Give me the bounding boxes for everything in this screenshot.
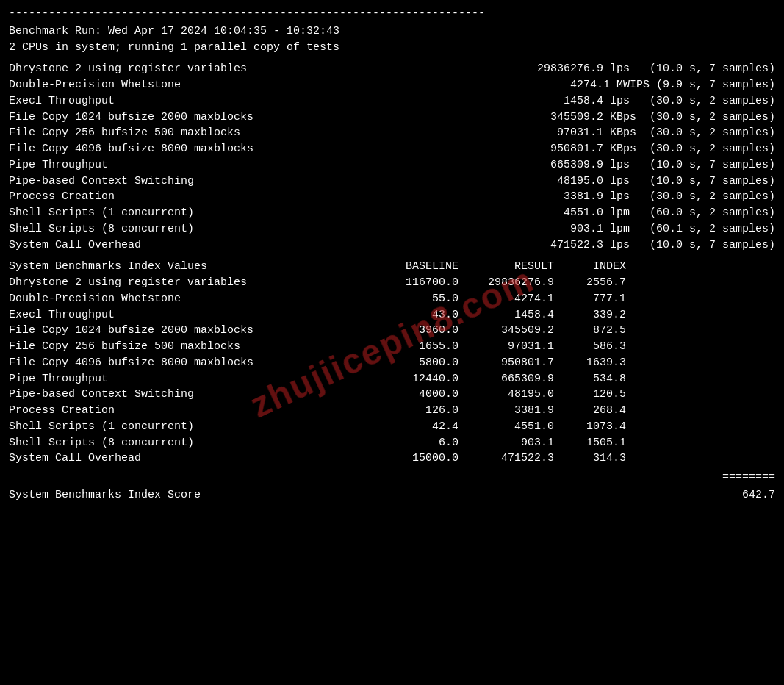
- benchmark-row: Dhrystone 2 using register variables2983…: [9, 61, 775, 77]
- index-row-index: 1639.3: [560, 355, 626, 371]
- index-row-index: 777.1: [560, 291, 626, 307]
- index-row-baseline: 1655.0: [369, 339, 464, 355]
- benchmark-row: Double-Precision Whetstone 4274.1 MWIPS …: [9, 77, 775, 93]
- index-row-label: Dhrystone 2 using register variables: [9, 275, 369, 291]
- benchmark-value: 48195.0 lps (10.0 s, 7 samples): [369, 173, 775, 190]
- benchmark-row: File Copy 256 bufsize 500 maxblocks 9703…: [9, 125, 775, 141]
- benchmark-row: System Call Overhead 471522.3 lps (10.0 …: [9, 237, 775, 254]
- equals-row: ========: [9, 470, 775, 486]
- index-table-header-row: System Benchmarks Index ValuesBASELINERE…: [9, 259, 775, 275]
- index-row-index: 120.5: [560, 387, 626, 403]
- benchmark-label: Execl Throughput: [9, 93, 369, 110]
- benchmark-row: Pipe-based Context Switching 48195.0 lps…: [9, 173, 775, 190]
- index-row-index: 586.3: [560, 339, 626, 355]
- index-row-result: 665309.9: [464, 371, 560, 387]
- benchmark-label: System Call Overhead: [9, 237, 369, 254]
- index-row-index: 314.3: [560, 451, 626, 467]
- index-row-result: 97031.1: [464, 339, 560, 355]
- index-row-baseline: 4000.0: [369, 387, 464, 403]
- index-row-baseline: 42.4: [369, 419, 464, 435]
- benchmark-label: Pipe Throughput: [9, 157, 369, 173]
- benchmark-value: 1458.4 lps (30.0 s, 2 samples): [369, 93, 775, 110]
- index-table-row: Shell Scripts (1 concurrent)42.44551.010…: [9, 419, 775, 435]
- index-row-baseline: 116700.0: [369, 275, 464, 291]
- benchmark-value: 4551.0 lpm (60.0 s, 2 samples): [369, 205, 775, 221]
- benchmark-label: File Copy 1024 bufsize 2000 maxblocks: [9, 110, 369, 126]
- index-row-baseline: 126.0: [369, 403, 464, 419]
- benchmark-value: 29836276.9 lps (10.0 s, 7 samples): [369, 61, 775, 77]
- index-row-result: 4274.1: [464, 291, 560, 307]
- benchmark-label: Dhrystone 2 using register variables: [9, 61, 369, 77]
- header-line2: 2 CPUs in system; running 1 parallel cop…: [9, 40, 775, 56]
- index-row-label: File Copy 1024 bufsize 2000 maxblocks: [9, 323, 369, 339]
- index-row-result: 1458.4: [464, 307, 560, 323]
- benchmark-row: Shell Scripts (8 concurrent) 903.1 lpm (…: [9, 221, 775, 237]
- score-row: System Benchmarks Index Score642.7: [9, 487, 775, 503]
- benchmark-row: Pipe Throughput 665309.9 lps (10.0 s, 7 …: [9, 157, 775, 173]
- index-row-baseline: 55.0: [369, 291, 464, 307]
- terminal-output: ----------------------------------------…: [9, 6, 775, 503]
- index-table-row: Process Creation126.03381.9268.4: [9, 403, 775, 419]
- index-row-label: Pipe-based Context Switching: [9, 387, 369, 403]
- index-row-baseline: 6.0: [369, 435, 464, 451]
- index-row-result: 471522.3: [464, 451, 560, 467]
- index-header-result: RESULT: [464, 259, 560, 275]
- benchmark-row: Execl Throughput 1458.4 lps (30.0 s, 2 s…: [9, 93, 775, 110]
- index-header-label: System Benchmarks Index Values: [9, 259, 369, 275]
- index-header-baseline: BASELINE: [369, 259, 464, 275]
- index-row-label: System Call Overhead: [9, 451, 369, 467]
- index-row-label: Execl Throughput: [9, 307, 369, 323]
- header-section: Benchmark Run: Wed Apr 17 2024 10:04:35 …: [9, 24, 775, 56]
- index-table-row: File Copy 1024 bufsize 2000 maxblocks396…: [9, 323, 775, 339]
- index-table-row: Shell Scripts (8 concurrent)6.0903.11505…: [9, 435, 775, 451]
- benchmark-row: Shell Scripts (1 concurrent) 4551.0 lpm …: [9, 205, 775, 221]
- benchmark-value: 471522.3 lps (10.0 s, 7 samples): [369, 237, 775, 254]
- benchmark-label: File Copy 4096 bufsize 8000 maxblocks: [9, 141, 369, 157]
- index-row-baseline: 5800.0: [369, 355, 464, 371]
- benchmark-label: Process Creation: [9, 189, 369, 205]
- index-table-row: Pipe Throughput12440.0665309.9534.8: [9, 371, 775, 387]
- index-row-index: 1073.4: [560, 419, 626, 435]
- benchmark-label: Shell Scripts (1 concurrent): [9, 205, 369, 221]
- score-label: System Benchmarks Index Score: [9, 487, 201, 503]
- index-row-label: Double-Precision Whetstone: [9, 291, 369, 307]
- index-row-index: 1505.1: [560, 435, 626, 451]
- index-row-label: File Copy 256 bufsize 500 maxblocks: [9, 339, 369, 355]
- separator-top: ----------------------------------------…: [9, 6, 775, 22]
- benchmark-row: File Copy 1024 bufsize 2000 maxblocks 34…: [9, 110, 775, 126]
- benchmark-value: 4274.1 MWIPS (9.9 s, 7 samples): [369, 77, 775, 93]
- index-row-result: 903.1: [464, 435, 560, 451]
- benchmark-label: Shell Scripts (8 concurrent): [9, 221, 369, 237]
- header-line1: Benchmark Run: Wed Apr 17 2024 10:04:35 …: [9, 24, 775, 40]
- benchmark-value: 345509.2 KBps (30.0 s, 2 samples): [369, 110, 775, 126]
- index-row-label: Process Creation: [9, 403, 369, 419]
- index-row-result: 29836276.9: [464, 275, 560, 291]
- index-row-index: 339.2: [560, 307, 626, 323]
- benchmarks-section: Dhrystone 2 using register variables2983…: [9, 61, 775, 253]
- index-table-row: Pipe-based Context Switching4000.048195.…: [9, 387, 775, 403]
- index-row-index: 2556.7: [560, 275, 626, 291]
- index-row-index: 872.5: [560, 323, 626, 339]
- benchmark-value: 97031.1 KBps (30.0 s, 2 samples): [369, 125, 775, 141]
- index-table-row: System Call Overhead15000.0471522.3314.3: [9, 451, 775, 467]
- benchmark-row: Process Creation 3381.9 lps (30.0 s, 2 s…: [9, 189, 775, 205]
- benchmark-value: 665309.9 lps (10.0 s, 7 samples): [369, 157, 775, 173]
- index-header-index: INDEX: [560, 259, 626, 275]
- index-row-result: 950801.7: [464, 355, 560, 371]
- index-row-result: 3381.9: [464, 403, 560, 419]
- index-table-row: Dhrystone 2 using register variables1167…: [9, 275, 775, 291]
- score-section: ========System Benchmarks Index Score642…: [9, 470, 775, 503]
- benchmark-label: Double-Precision Whetstone: [9, 77, 369, 93]
- benchmark-row: File Copy 4096 bufsize 8000 maxblocks 95…: [9, 141, 775, 157]
- benchmark-value: 3381.9 lps (30.0 s, 2 samples): [369, 189, 775, 205]
- index-table-row: Execl Throughput43.01458.4339.2: [9, 307, 775, 323]
- benchmark-label: Pipe-based Context Switching: [9, 173, 369, 190]
- index-table-row: File Copy 4096 bufsize 8000 maxblocks580…: [9, 355, 775, 371]
- index-table-row: Double-Precision Whetstone55.04274.1777.…: [9, 291, 775, 307]
- index-row-result: 48195.0: [464, 387, 560, 403]
- benchmark-label: File Copy 256 bufsize 500 maxblocks: [9, 125, 369, 141]
- index-table-row: File Copy 256 bufsize 500 maxblocks1655.…: [9, 339, 775, 355]
- index-row-result: 4551.0: [464, 419, 560, 435]
- index-row-baseline: 15000.0: [369, 451, 464, 467]
- index-row-label: Shell Scripts (1 concurrent): [9, 419, 369, 435]
